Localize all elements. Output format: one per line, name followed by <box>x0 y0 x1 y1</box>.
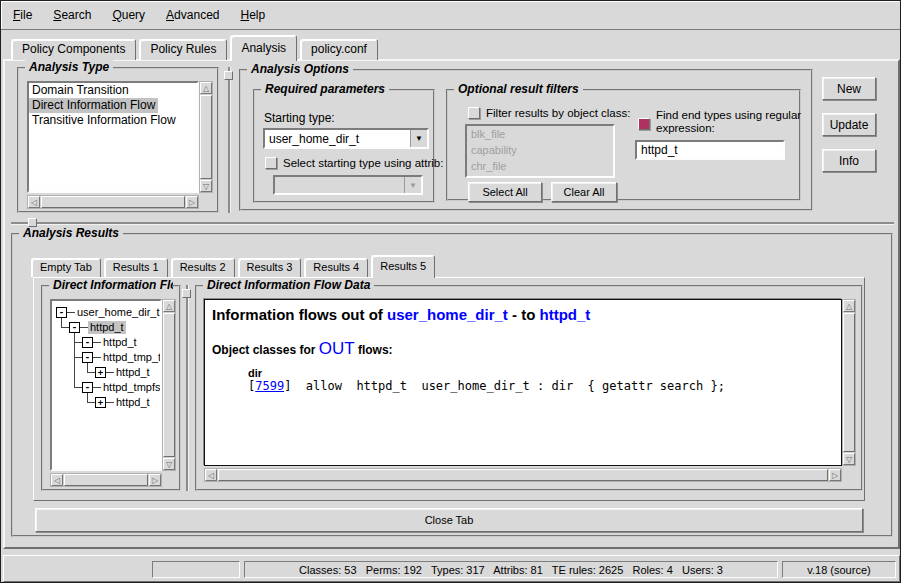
tree-expander-minus-icon[interactable]: - <box>82 382 93 393</box>
results-tab-results-1[interactable]: Results 1 <box>104 258 168 277</box>
tree-expander-plus-icon[interactable]: + <box>95 367 106 378</box>
flow-tree: -user_home_dir_t-httpd_t-httpd_t-httpd_t… <box>52 301 160 469</box>
filter-by-class-checkbox[interactable] <box>468 107 480 119</box>
select-all-button[interactable]: Select All <box>468 182 542 202</box>
flow-tree-vscroll[interactable]: △▽ <box>162 299 176 471</box>
scroll-left-icon[interactable]: ◁ <box>28 196 40 208</box>
vertical-sash[interactable] <box>228 67 230 213</box>
analysis-type-item-transitive-information-flow[interactable]: Transitive Information Flow <box>29 113 179 128</box>
optional-filters-title: Optional result filters <box>454 82 583 96</box>
tab-analysis[interactable]: Analysis <box>230 35 297 61</box>
results-tab-results-5[interactable]: Results 5 <box>371 255 435 278</box>
scroll-left-icon[interactable]: ◁ <box>205 469 217 481</box>
dropdown-arrow-icon[interactable]: ▼ <box>410 130 427 147</box>
status-stats: Classes: 53 Perms: 192 Types: 317 Attrib… <box>244 561 778 578</box>
tree-expander-minus-icon[interactable]: - <box>82 352 93 363</box>
tree-node-httpd-t[interactable]: httpd_t <box>114 396 152 409</box>
tree-expander-minus-icon[interactable]: - <box>82 337 93 348</box>
analysis-type-list[interactable]: Domain TransitionDirect Information Flow… <box>27 81 199 193</box>
close-tab-button[interactable]: Close Tab <box>35 508 863 532</box>
flow-tree-hscroll[interactable]: ◁▷ <box>50 473 162 487</box>
scroll-up-icon[interactable]: △ <box>200 82 212 94</box>
required-parameters-title: Required parameters <box>261 82 389 96</box>
menu-advanced[interactable]: Advanced <box>163 6 222 24</box>
starting-type-combobox[interactable]: user_home_dir_t ▼ <box>263 128 429 149</box>
status-version: v.18 (source) <box>782 561 896 578</box>
tree-connector <box>88 402 95 403</box>
tab-policy-conf[interactable]: policy.conf <box>300 39 378 60</box>
info-button[interactable]: Info <box>822 149 876 172</box>
result-header: Information flows out of user_home_dir_t… <box>212 306 834 323</box>
menu-file[interactable]: File <box>10 6 35 24</box>
scroll-up-icon[interactable]: △ <box>843 300 855 312</box>
scroll-right-icon[interactable]: ▷ <box>829 469 841 481</box>
result-text-area[interactable]: Information flows out of user_home_dir_t… <box>204 299 842 466</box>
horizontal-sash-handle[interactable] <box>28 218 37 227</box>
scroll-up-icon[interactable]: △ <box>163 300 175 312</box>
scroll-left-icon[interactable]: ◁ <box>51 474 63 486</box>
menu-search[interactable]: Search <box>50 6 94 24</box>
result-source-type: user_home_dir_t <box>387 306 508 323</box>
tab-policy-rules[interactable]: Policy Rules <box>139 39 227 60</box>
scroll-down-icon[interactable]: ▽ <box>163 458 175 470</box>
vertical-sash-handle[interactable] <box>224 71 233 80</box>
attrib-checkbox[interactable] <box>265 157 277 169</box>
scroll-thumb[interactable] <box>218 469 828 481</box>
scroll-down-icon[interactable]: ▽ <box>200 180 212 192</box>
analysis-type-item-domain-transition[interactable]: Domain Transition <box>29 83 132 98</box>
result-target-type: httpd_t <box>540 306 591 323</box>
results-vertical-sash[interactable] <box>186 285 188 491</box>
regex-input[interactable]: httpd_t <box>635 140 785 160</box>
tree-expander-minus-icon[interactable]: - <box>69 322 80 333</box>
tree-connector <box>88 372 95 373</box>
tree-connector <box>75 357 82 358</box>
tree-node-httpd-t[interactable]: httpd_t <box>114 366 152 379</box>
result-text-vscroll[interactable]: △▽ <box>842 299 856 466</box>
rule-number-link[interactable]: 7599 <box>255 379 284 393</box>
scroll-thumb[interactable] <box>843 313 855 452</box>
tree-node-httpd-tmp-t[interactable]: httpd_tmp_t <box>101 351 162 364</box>
tab-policy-components[interactable]: Policy Components <box>11 39 136 60</box>
menu-query[interactable]: Query <box>109 6 148 24</box>
analysis-type-vscroll[interactable]: △▽ <box>199 81 213 193</box>
scroll-down-icon[interactable]: ▽ <box>843 453 855 465</box>
scroll-right-icon[interactable]: ▷ <box>149 474 161 486</box>
flow-tree-group: Direct Information Flow T -user_home_dir… <box>41 285 181 491</box>
scroll-thumb[interactable] <box>200 95 212 179</box>
results-tab-empty-tab[interactable]: Empty Tab <box>31 258 101 277</box>
attrib-combobox: ▼ <box>273 175 423 195</box>
dropdown-arrow-icon-disabled: ▼ <box>404 177 421 193</box>
analysis-type-hscroll[interactable]: ◁▷ <box>27 195 199 209</box>
results-vertical-sash-handle[interactable] <box>182 289 191 298</box>
analysis-type-group: Analysis Type Domain TransitionDirect In… <box>17 67 219 213</box>
results-tab-row: Empty TabResults 1Results 2Results 3Resu… <box>31 253 438 277</box>
new-button[interactable]: New <box>822 77 876 100</box>
scroll-thumb[interactable] <box>64 474 148 486</box>
results-tab-results-4[interactable]: Results 4 <box>304 258 368 277</box>
scroll-thumb[interactable] <box>163 313 175 457</box>
menu-help[interactable]: Help <box>237 6 268 24</box>
tree-expander-plus-icon[interactable]: + <box>95 397 106 408</box>
scroll-thumb[interactable] <box>41 196 185 208</box>
clear-all-button[interactable]: Clear All <box>551 182 617 202</box>
object-class-item-blk-file: blk_file <box>467 126 613 142</box>
result-text-hscroll[interactable]: ◁▷ <box>204 468 842 482</box>
tree-node-httpd-t[interactable]: httpd_t <box>101 336 139 349</box>
filter-by-class-label: Filter results by object class: <box>486 107 630 119</box>
scroll-right-icon[interactable]: ▷ <box>186 196 198 208</box>
horizontal-sash[interactable] <box>11 222 894 224</box>
update-button[interactable]: Update <box>822 113 876 136</box>
object-class-item-chr-file: chr_file <box>467 158 613 174</box>
regex-checkbox-label: Find end types using regular expression: <box>656 109 814 135</box>
regex-checkbox[interactable] <box>638 118 650 130</box>
tree-node-httpd-tmpfs-[interactable]: httpd_tmpfs_ <box>101 381 162 394</box>
tree-node-user-home-dir-t[interactable]: user_home_dir_t <box>75 306 162 319</box>
flow-tree-title: Direct Information Flow T <box>49 278 173 292</box>
tree-connector <box>93 342 101 343</box>
results-tab-results-3[interactable]: Results 3 <box>238 258 302 277</box>
starting-type-value: user_home_dir_t <box>265 132 410 146</box>
results-tab-results-2[interactable]: Results 2 <box>171 258 235 277</box>
tree-node-httpd-t[interactable]: httpd_t <box>88 321 126 334</box>
tree-expander-minus-icon[interactable]: - <box>56 307 67 318</box>
analysis-type-item-direct-information-flow[interactable]: Direct Information Flow <box>29 98 158 113</box>
